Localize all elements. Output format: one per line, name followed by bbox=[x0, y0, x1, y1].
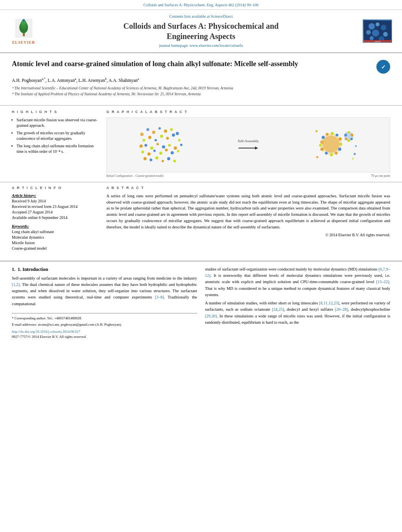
svg-point-11 bbox=[366, 30, 371, 35]
assembled-cluster-svg bbox=[313, 126, 359, 164]
email-addresses: sicnas@sci.am, poghosyan@gmail.com (A.H.… bbox=[38, 323, 122, 326]
svg-text:✓: ✓ bbox=[381, 64, 386, 70]
svg-point-31 bbox=[148, 136, 151, 139]
svg-text:ELSEVIER: ELSEVIER bbox=[374, 41, 381, 42]
elsevier-wordmark: ELSEVIER bbox=[12, 40, 35, 45]
graphical-abstract-column: G R A P H I C A L A B S T R A C T bbox=[106, 109, 390, 178]
corresponding-note: * Corresponding author. Tel.: +400374814… bbox=[12, 316, 197, 321]
journal-cover-image: ELSEVIER bbox=[363, 19, 394, 43]
highlights-column: H I G H L I G H T S Surfactant micelle f… bbox=[12, 109, 99, 178]
svg-point-71 bbox=[335, 152, 337, 154]
section-title: 1. Introduction bbox=[18, 267, 48, 272]
keywords-block: Keywords: Long chain alkyl sulfonate Mol… bbox=[12, 224, 99, 251]
svg-point-54 bbox=[155, 156, 158, 159]
contents-link: Contents lists available at ScienceDirec… bbox=[43, 14, 359, 19]
caption-left: Initial Configuration – Coarse-grained m… bbox=[106, 174, 164, 178]
svg-point-23 bbox=[147, 129, 149, 130]
caption-right: 70 µs run point bbox=[371, 174, 390, 178]
graphical-abstract-caption: Initial Configuration – Coarse-grained m… bbox=[106, 174, 390, 178]
sciencedirect-link[interactable]: ScienceDirect bbox=[210, 14, 233, 19]
header-area: ELSEVIER Contents lists available at Sci… bbox=[0, 10, 402, 53]
abstract-column: A B S T R A C T A series of long runs we… bbox=[106, 185, 390, 254]
svg-point-63 bbox=[321, 141, 323, 143]
issn-line: 0927-7757/© 2014 Elsevier B.V. All right… bbox=[12, 334, 197, 339]
svg-point-6 bbox=[22, 19, 25, 21]
authors: A.H. Poghosyana,*, L.A. Antonyana, L.H. … bbox=[12, 77, 390, 83]
crossmark-badge[interactable]: ✓ bbox=[376, 60, 390, 74]
article-info-column: A R T I C L E I N F O Article history: R… bbox=[12, 185, 99, 254]
article-info-label: A R T I C L E I N F O bbox=[12, 185, 99, 191]
svg-point-46 bbox=[147, 152, 151, 156]
svg-point-79 bbox=[350, 133, 353, 136]
abstract-label: A B S T R A C T bbox=[106, 185, 390, 191]
history-label: Article history: bbox=[12, 193, 99, 198]
dispersed-cluster-svg bbox=[138, 126, 183, 164]
svg-point-8 bbox=[368, 23, 375, 30]
svg-point-69 bbox=[339, 143, 342, 145]
svg-point-70 bbox=[338, 148, 341, 151]
intro-text-right: studies of surfactant self-organization … bbox=[205, 266, 390, 326]
highlights-label: H I G H L I G H T S bbox=[12, 109, 99, 115]
body-left-column: 1. 1. Introduction Self-assembly of surf… bbox=[12, 266, 197, 341]
svg-point-73 bbox=[325, 152, 328, 154]
keyword-2: Molecular dynamics bbox=[12, 235, 99, 240]
svg-point-48 bbox=[159, 152, 162, 155]
svg-point-38 bbox=[145, 144, 147, 146]
svg-point-66 bbox=[331, 132, 334, 135]
svg-point-52 bbox=[143, 157, 147, 160]
highlights-graphical-section: H I G H L I G H T S Surfactant micelle f… bbox=[0, 105, 402, 182]
svg-point-33 bbox=[160, 135, 163, 138]
svg-point-55 bbox=[162, 160, 164, 162]
intro-text-left: Self-assembly of surfactant molecules is… bbox=[12, 275, 197, 307]
doi-url[interactable]: http://dx.doi.org/10.1016/j.colsurfa.201… bbox=[12, 330, 80, 334]
svg-point-50 bbox=[171, 151, 174, 154]
journal-cover-svg: ELSEVIER bbox=[364, 20, 391, 42]
svg-point-57 bbox=[173, 159, 176, 162]
svg-point-51 bbox=[177, 150, 179, 152]
svg-point-64 bbox=[322, 136, 325, 139]
graphical-abstract-image: Self-Assembly bbox=[106, 117, 390, 172]
svg-point-39 bbox=[150, 146, 153, 150]
svg-point-28 bbox=[170, 128, 173, 131]
svg-point-80 bbox=[350, 138, 353, 140]
svg-point-25 bbox=[153, 132, 154, 133]
journal-bar: Colloids and Surfaces A: Physicochem. En… bbox=[0, 0, 402, 10]
accepted-date: Accepted 27 August 2014 bbox=[12, 209, 99, 215]
keyword-4: Coarse-grained model bbox=[12, 246, 99, 251]
svg-point-30 bbox=[143, 139, 145, 141]
graphical-abstract-label: G R A P H I C A L A B S T R A C T bbox=[106, 109, 390, 115]
elsevier-tree-icon bbox=[13, 17, 35, 39]
journal-title-area: Contents lists available at ScienceDirec… bbox=[39, 14, 363, 48]
svg-point-67 bbox=[335, 133, 338, 136]
email-note: E-mail addresses: sicnas@sci.am, poghosy… bbox=[12, 322, 197, 327]
doi-line: http://dx.doi.org/10.1016/j.colsurfa.201… bbox=[12, 329, 197, 334]
article-history-block: Article history: Received 9 July 2014 Re… bbox=[12, 193, 99, 221]
svg-point-12 bbox=[372, 30, 379, 37]
body-right-column: studies of surfactant self-organization … bbox=[205, 266, 390, 341]
svg-point-14 bbox=[370, 36, 374, 40]
self-assembly-arrow: Self-Assembly bbox=[238, 139, 259, 152]
affiliation-b: ᵇ The Institute of Applied Problem of Ph… bbox=[12, 92, 390, 97]
keyword-1: Long chain alkyl sulfonate bbox=[12, 229, 99, 235]
svg-marker-59 bbox=[255, 146, 258, 150]
svg-point-78 bbox=[348, 131, 350, 133]
body-two-col: 1. 1. Introduction Self-assembly of surf… bbox=[12, 261, 390, 341]
svg-point-56 bbox=[167, 157, 170, 160]
crossmark-icon: ✓ bbox=[376, 60, 390, 74]
svg-point-43 bbox=[174, 146, 177, 150]
elsevier-logo: ELSEVIER bbox=[8, 17, 39, 45]
highlight-item: The growth of micelles occurs by gradual… bbox=[17, 130, 99, 141]
svg-point-72 bbox=[330, 153, 333, 156]
footnotes: * Corresponding author. Tel.: +400374814… bbox=[12, 313, 197, 339]
svg-point-27 bbox=[164, 130, 167, 133]
svg-point-10 bbox=[381, 25, 386, 30]
available-date: Available online 6 September 2014 bbox=[12, 215, 99, 221]
article-title: Atomic level and coarse-grained simulati… bbox=[12, 59, 370, 69]
svg-point-37 bbox=[140, 145, 143, 148]
svg-point-45 bbox=[141, 150, 144, 153]
copyright-notice: © 2014 Elsevier B.V. All rights reserved… bbox=[106, 232, 390, 238]
homepage-url[interactable]: www.elsevier.com/locate/colsurfa bbox=[190, 43, 243, 48]
svg-point-40 bbox=[156, 143, 159, 145]
section-number: 1. bbox=[12, 267, 15, 272]
svg-point-81 bbox=[347, 139, 350, 142]
